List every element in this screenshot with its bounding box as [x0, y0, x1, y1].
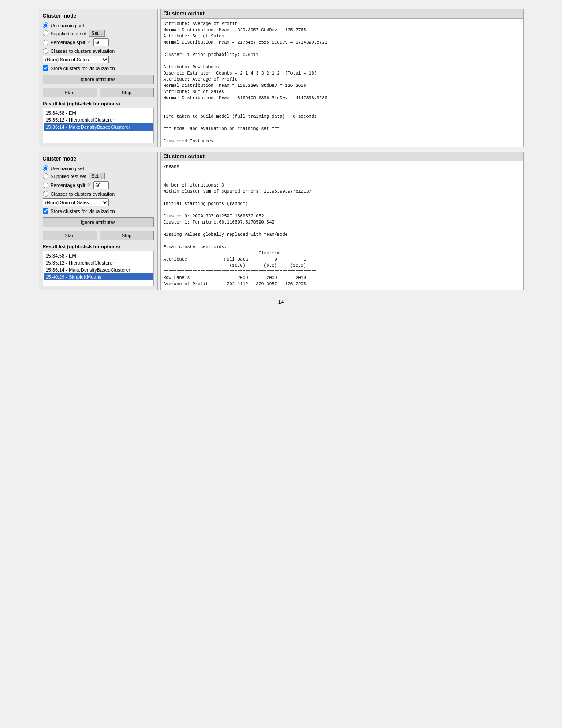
pct-input-2[interactable]: [93, 181, 109, 189]
classes-clusters-label-2: Classes to clusters evaluation: [51, 191, 115, 197]
start-btn-2[interactable]: Start: [43, 231, 97, 240]
supplied-test-radio-2[interactable]: [43, 173, 48, 179]
pct-symbol-1: %: [87, 40, 91, 45]
classes-clusters-row-2: Classes to clusters evaluation: [43, 191, 154, 197]
supplied-test-row-1: Supplied test set Set...: [43, 30, 154, 37]
dropdown-select-1[interactable]: (Num) Sum of Sales: [43, 56, 109, 63]
store-clusters-row-2: Store clusters for visualization: [43, 208, 154, 214]
result-item-2-3[interactable]: 15:40:29 - SimpleKMeans: [44, 273, 153, 280]
supplied-test-row-2: Supplied test set Set...: [43, 173, 154, 179]
result-item-2-2[interactable]: 15:36:14 - MakeDensityBasedClusterer: [44, 266, 153, 273]
stop-btn-1[interactable]: Stop: [100, 88, 154, 97]
percentage-split-label-2: Percentage split: [51, 183, 86, 188]
clusterer-output-panel-1: Clusterer output Attribute: Average of P…: [160, 9, 524, 147]
page-number: 14: [39, 299, 524, 305]
cluster-mode-title-2: Cluster mode: [43, 156, 154, 162]
result-title-2: Result list (right-click for options): [43, 244, 154, 249]
dropdown-row-2: (Num) Sum of Sales: [43, 198, 154, 206]
store-clusters-checkbox-1[interactable]: [43, 65, 48, 71]
stop-btn-2[interactable]: Stop: [100, 231, 154, 240]
cluster-mode-title-1: Cluster mode: [43, 13, 154, 19]
classes-clusters-radio-1[interactable]: [43, 48, 48, 54]
panel-row-1: Cluster mode Use training set Supplied t…: [39, 9, 524, 147]
store-clusters-label-1: Store clusters for visualization: [51, 66, 115, 71]
use-training-radio-1[interactable]: [43, 22, 48, 28]
result-list-2: 15:34:58 - EM 15:35:12 - HierarchicalClu…: [43, 251, 154, 286]
result-item-2-1[interactable]: 15:35:12 - HierarchicalClusterer: [44, 259, 153, 266]
ignore-attributes-btn-1[interactable]: Ignore attributes: [43, 75, 154, 84]
clusterer-output-content-2[interactable]: kMeans ====== Number of iterations: 3 Wi…: [161, 161, 523, 285]
use-training-label-2: Use training set: [51, 166, 84, 171]
page-container: Cluster mode Use training set Supplied t…: [39, 9, 524, 305]
supplied-test-label-1: Supplied test set: [51, 31, 86, 36]
classes-clusters-row-1: Classes to clusters evaluation: [43, 48, 154, 54]
cluster-mode-panel-2: Cluster mode Use training set Supplied t…: [39, 152, 158, 290]
store-clusters-row-1: Store clusters for visualization: [43, 65, 154, 71]
use-training-radio-2[interactable]: [43, 165, 48, 171]
clusterer-output-title-1: Clusterer output: [161, 9, 523, 19]
start-stop-row-1: Start Stop: [43, 88, 154, 97]
use-training-label-1: Use training set: [51, 23, 84, 28]
set-button-2[interactable]: Set...: [89, 173, 105, 179]
ignore-attributes-btn-2[interactable]: Ignore attributes: [43, 217, 154, 227]
pct-symbol-2: %: [87, 183, 91, 188]
classes-clusters-label-1: Classes to clusters evaluation: [51, 49, 115, 54]
percentage-split-radio-2[interactable]: [43, 183, 48, 188]
dropdown-select-2[interactable]: (Num) Sum of Sales: [43, 198, 109, 206]
clusterer-output-content-1[interactable]: Attribute: Average of Profit Normal Dist…: [161, 19, 523, 142]
result-item-2-0[interactable]: 15:34:58 - EM: [44, 252, 153, 259]
pct-input-1[interactable]: [93, 38, 109, 46]
dropdown-row-1: (Num) Sum of Sales: [43, 56, 154, 63]
store-clusters-checkbox-2[interactable]: [43, 208, 48, 214]
start-btn-1[interactable]: Start: [43, 88, 97, 97]
result-title-1: Result list (right-click for options): [43, 101, 154, 106]
panel-row-2: Cluster mode Use training set Supplied t…: [39, 152, 524, 290]
result-item-1-1[interactable]: 15:35:12 - HierarchicalClusterer: [44, 116, 153, 123]
set-button-1[interactable]: Set...: [89, 30, 105, 37]
percentage-split-row-2: Percentage split %: [43, 181, 154, 189]
percentage-split-radio-1[interactable]: [43, 40, 48, 45]
cluster-mode-panel-1: Cluster mode Use training set Supplied t…: [39, 9, 158, 147]
store-clusters-label-2: Store clusters for visualization: [51, 209, 115, 214]
clusterer-output-panel-2: Clusterer output kMeans ====== Number of…: [160, 152, 524, 290]
supplied-test-label-2: Supplied test set: [51, 174, 86, 179]
supplied-test-radio-1[interactable]: [43, 30, 48, 36]
result-item-1-2[interactable]: 15:36:14 - MakeDensityBasedClusterer: [44, 123, 153, 131]
percentage-split-row-1: Percentage split %: [43, 38, 154, 46]
start-stop-row-2: Start Stop: [43, 231, 154, 240]
classes-clusters-radio-2[interactable]: [43, 191, 48, 197]
percentage-split-label-1: Percentage split: [51, 40, 86, 45]
result-list-1: 15:34:58 - EM 15:35:12 - HierarchicalClu…: [43, 108, 154, 143]
result-item-1-0[interactable]: 15:34:58 - EM: [44, 109, 153, 116]
clusterer-output-title-2: Clusterer output: [161, 152, 523, 161]
use-training-radio-row-2: Use training set: [43, 165, 154, 171]
use-training-radio-row-1: Use training set: [43, 22, 154, 28]
